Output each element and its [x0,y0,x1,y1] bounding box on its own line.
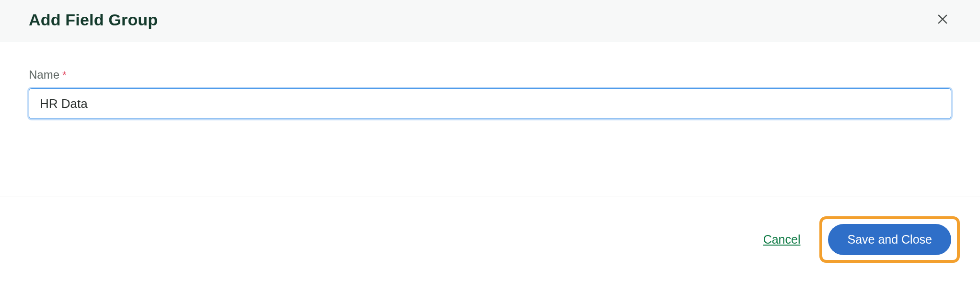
required-indicator: * [62,70,67,81]
dialog-title: Add Field Group [29,11,158,29]
close-icon [936,12,949,27]
name-field-row: Name * [29,68,951,119]
name-field-label-row: Name * [29,68,951,82]
cancel-button[interactable]: Cancel [758,230,805,249]
save-button-highlight: Save and Close [819,216,960,263]
dialog-body: Name * [0,42,980,197]
dialog-header: Add Field Group [0,0,980,42]
name-input[interactable] [29,88,951,119]
close-button[interactable] [934,11,951,29]
name-field-label: Name [29,68,59,82]
add-field-group-dialog: Add Field Group Name * Cancel Save and C… [0,0,980,282]
save-and-close-button[interactable]: Save and Close [828,224,951,255]
dialog-footer: Cancel Save and Close [0,197,980,282]
